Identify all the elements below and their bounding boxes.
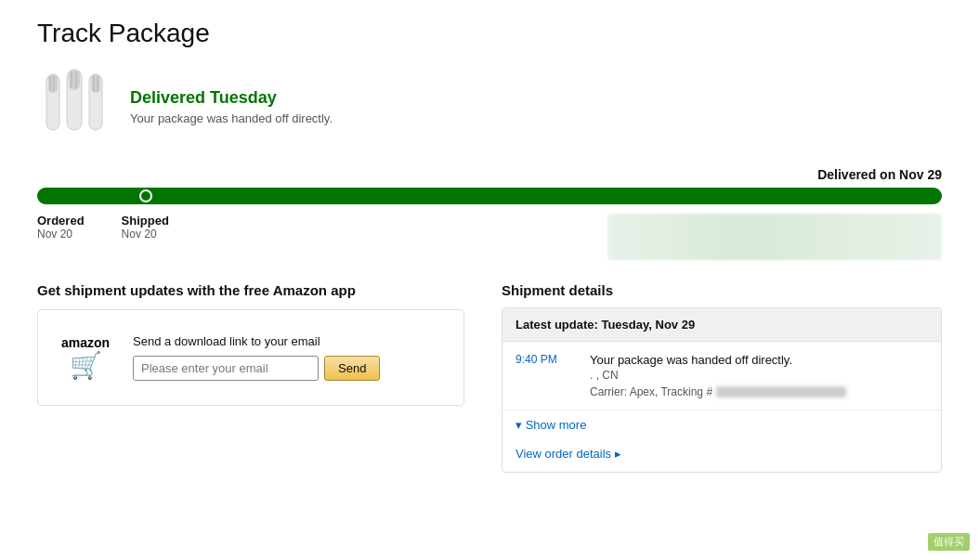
carrier-tracking-blurred — [716, 386, 846, 397]
show-more-anchor[interactable]: Show more — [516, 418, 586, 432]
milestone-shipped: Shipped Nov 20 — [122, 214, 169, 241]
shipment-details-section: Shipment details Latest update: Tuesday,… — [502, 282, 942, 473]
svg-rect-5 — [69, 70, 80, 90]
delivered-date-label: Delivered on Nov 29 — [37, 167, 942, 182]
amazon-basket-icon: 🛒 — [70, 350, 102, 381]
bottom-section: Get shipment updates with the free Amazo… — [37, 282, 942, 473]
amazon-app-section: Get shipment updates with the free Amazo… — [37, 282, 464, 473]
amazon-app-box: amazon 🛒 Send a download link to your em… — [37, 309, 464, 406]
view-order-link[interactable]: View order details — [503, 439, 941, 472]
carrier-prefix: Carrier: Apex, Tracking # — [590, 385, 712, 398]
progress-bar — [37, 188, 942, 204]
blurred-address — [607, 214, 942, 260]
delivery-section: Delivered on Nov 29 Ordered Nov 20 Shipp… — [37, 167, 942, 260]
product-section: Delivered Tuesday Your package was hande… — [37, 65, 942, 149]
amazon-logo: amazon 🛒 — [53, 325, 118, 390]
entry-time: 9:40 PM — [516, 353, 571, 398]
milestone-ordered-label: Ordered — [37, 214, 85, 228]
entry-location: . , CN — [590, 369, 928, 382]
send-desc: Send a download link to your email — [133, 334, 380, 348]
progress-dot — [139, 189, 152, 202]
product-info: Delivered Tuesday Your package was hande… — [130, 88, 333, 125]
page-title: Track Package — [37, 19, 942, 48]
send-link-area: Send a download link to your email Send — [133, 334, 380, 381]
milestone-shipped-label: Shipped — [122, 214, 169, 228]
entry-carrier: Carrier: Apex, Tracking # — [590, 385, 928, 398]
progress-bar-fill — [37, 188, 942, 204]
amazon-app-title: Get shipment updates with the free Amazo… — [37, 282, 464, 298]
milestone-ordered-date: Nov 20 — [37, 228, 85, 241]
entry-main: Your package was handed off directly. — [590, 353, 928, 367]
milestone-ordered: Ordered Nov 20 — [37, 214, 85, 241]
amazon-logo-text: amazon — [61, 335, 110, 350]
entry-details: Your package was handed off directly. . … — [590, 353, 928, 398]
svg-rect-9 — [91, 74, 100, 93]
send-button[interactable]: Send — [324, 356, 380, 381]
shipment-details-title: Shipment details — [502, 282, 942, 298]
delivery-status: Delivered Tuesday — [130, 88, 333, 108]
email-input[interactable] — [133, 356, 319, 381]
email-row: Send — [133, 356, 380, 381]
show-more-link[interactable]: Show more — [503, 410, 941, 439]
shipment-box: Latest update: Tuesday, Nov 29 9:40 PM Y… — [502, 307, 942, 473]
shipment-entry: 9:40 PM Your package was handed off dire… — [503, 342, 941, 410]
product-image — [37, 65, 111, 149]
shipment-header: Latest update: Tuesday, Nov 29 — [503, 308, 941, 342]
milestone-row: Ordered Nov 20 Shipped Nov 20 — [37, 214, 942, 260]
milestone-shipped-date: Nov 20 — [122, 228, 169, 241]
view-order-anchor[interactable]: View order details — [516, 447, 621, 461]
delivery-status-sub: Your package was handed off directly. — [130, 111, 333, 125]
